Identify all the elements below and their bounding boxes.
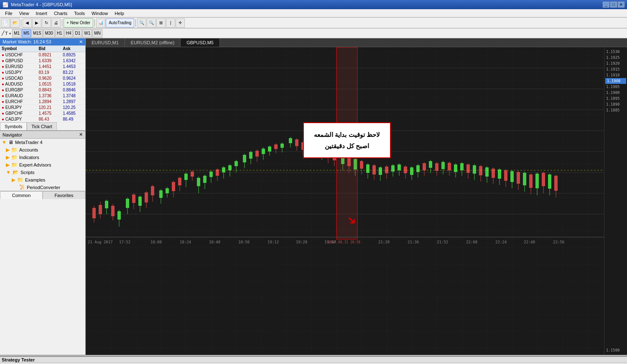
- symbol-cell: ● GBPUSD: [0, 58, 37, 64]
- autotrading-btn[interactable]: AutoTrading: [106, 18, 134, 28]
- svg-rect-104: [398, 164, 401, 170]
- period-m15[interactable]: M15: [31, 29, 43, 38]
- nav-indicators[interactable]: ▶ 📁 Indicators: [0, 154, 85, 161]
- svg-rect-32: [166, 188, 169, 193]
- line-tool[interactable]: ╱: [2, 30, 5, 36]
- menu-help[interactable]: Help: [111, 10, 127, 17]
- nav-metatrader4[interactable]: ▼ 🖥 MetaTrader 4: [0, 139, 85, 146]
- col-bid: Bid: [37, 46, 61, 52]
- annotation-box: لاحظ توقيت بداية الشمعه اصبح كل دقيقتين: [303, 122, 391, 158]
- minimize-btn[interactable]: _: [603, 2, 609, 8]
- svg-rect-118: [441, 162, 445, 169]
- period-m5[interactable]: M5: [22, 29, 31, 38]
- nav-accounts[interactable]: ▶ 📁 Accounts: [0, 146, 85, 154]
- ask-cell: 1.4585: [61, 111, 85, 116]
- bid-cell: 120.21: [37, 105, 61, 111]
- menu-view[interactable]: View: [16, 10, 33, 17]
- ask-cell: 83.22: [61, 70, 85, 76]
- period-mn[interactable]: MN: [92, 29, 102, 38]
- tab-symbols[interactable]: Symbols: [0, 122, 27, 130]
- period-w1[interactable]: W1: [82, 29, 92, 38]
- market-watch-table: Symbol Bid Ask ● USDCHF 0.8921 0.8925 ● …: [0, 46, 85, 122]
- window-controls[interactable]: _ □ ✕: [603, 2, 624, 8]
- svg-rect-106: [404, 167, 407, 173]
- nav-scripts[interactable]: ▼ 📂 Scripts: [0, 169, 85, 176]
- market-watch-row[interactable]: ● GBPCHF 1.4575 1.4585: [0, 111, 85, 116]
- svg-text:21 Aug 2017: 21 Aug 2017: [88, 240, 113, 244]
- close-btn[interactable]: ✕: [618, 2, 624, 8]
- nav-tab-common[interactable]: Common: [0, 191, 43, 199]
- market-watch-tabs: Symbols Tick Chart: [0, 122, 85, 131]
- symbol-cell: ● USDCHF: [0, 52, 37, 58]
- current-price-label: 1.1908: [605, 78, 626, 84]
- price-6: 1.1905: [605, 84, 626, 90]
- back-btn[interactable]: ◀: [23, 18, 32, 28]
- market-watch-row[interactable]: ● EURCHF 1.2894 1.2897: [0, 99, 85, 105]
- menu-insert[interactable]: Insert: [32, 10, 51, 17]
- market-watch-row[interactable]: ● EURGBP 0.8843 0.8846: [0, 87, 85, 93]
- svg-text:17:52: 17:52: [119, 240, 130, 244]
- market-watch-row[interactable]: ● EURJPY 120.21 120.25: [0, 105, 85, 111]
- svg-text:18:56: 18:56: [238, 240, 250, 244]
- period-sep-btn[interactable]: |: [166, 18, 175, 28]
- svg-rect-28: [151, 186, 154, 195]
- text-tool[interactable]: T: [5, 31, 8, 36]
- nav-expert-advisors[interactable]: ▶ 📁 Expert Advisors: [0, 161, 85, 169]
- symbol-cell: ● EURJPY: [0, 105, 37, 111]
- open-btn[interactable]: 📂: [10, 18, 20, 28]
- crosshair-btn[interactable]: ✛: [176, 18, 185, 28]
- market-watch-row[interactable]: ● GBPUSD 1.6339 1.6342: [0, 58, 85, 64]
- chart-svg: 21 Aug 2017 17:52 18:08 18:24 18:40 18:5…: [86, 47, 604, 355]
- navigator-close[interactable]: ✕: [79, 132, 83, 137]
- symbol-cell: ● USDCAD: [0, 76, 37, 81]
- market-watch-row[interactable]: ● USDCHF 0.8921 0.8925: [0, 52, 85, 58]
- chart-tabs: EURUSD,M1 EURUSD,M2 (offline) GBPUSD,M5: [86, 38, 627, 47]
- market-watch-row[interactable]: ● CADJPY 86.43 86.49: [0, 116, 85, 122]
- maximize-btn[interactable]: □: [610, 2, 617, 8]
- tab-tick-chart[interactable]: Tick Chart: [27, 122, 57, 130]
- svg-text:19:12: 19:12: [268, 240, 279, 244]
- svg-rect-46: [209, 172, 213, 177]
- market-watch-row[interactable]: ● USDCAD 0.9620 0.9624: [0, 76, 85, 81]
- chart-tab-gbpusd-m5[interactable]: GBPUSD,M5: [181, 38, 220, 47]
- price-scale: 1.1530 1.1925 1.1920 1.1915 1.1910 1.190…: [604, 47, 627, 355]
- ask-cell: 0.9624: [61, 76, 85, 81]
- fit-btn[interactable]: ⊞: [156, 18, 166, 28]
- menu-window[interactable]: Window: [88, 10, 111, 17]
- svg-rect-124: [460, 163, 464, 170]
- print-btn[interactable]: 🖨: [51, 18, 61, 28]
- chart-tab-eurusd-m1[interactable]: EURUSD,M1: [86, 38, 125, 47]
- svg-rect-38: [184, 174, 188, 180]
- svg-text:22:08: 22:08: [466, 240, 477, 244]
- period-h1[interactable]: H1: [55, 29, 64, 38]
- market-watch-row[interactable]: ● EURAUD 1.3736 1.3748: [0, 93, 85, 99]
- nav-examples[interactable]: ▶ 📁 Examples: [0, 176, 85, 184]
- chart-tab-eurusd-m2[interactable]: EURUSD,M2 (offline): [125, 38, 181, 47]
- nav-tab-favorites[interactable]: Favorites: [43, 191, 85, 199]
- menu-charts[interactable]: Charts: [51, 10, 71, 17]
- nav-period-converter[interactable]: 📜 PeriodConverter: [0, 184, 85, 191]
- zoom-in-btn[interactable]: 🔍: [137, 18, 146, 28]
- refresh-btn[interactable]: ↻: [42, 18, 51, 28]
- period-m30[interactable]: M30: [43, 29, 54, 38]
- ask-cell: 120.25: [61, 105, 85, 111]
- period-m1[interactable]: M1: [12, 29, 21, 38]
- period-d1[interactable]: D1: [73, 29, 82, 38]
- period-h4[interactable]: H4: [64, 29, 73, 38]
- new-btn[interactable]: 📄: [1, 18, 10, 28]
- market-watch-row[interactable]: ● USDJPY 83.19 83.22: [0, 70, 85, 76]
- market-watch-row[interactable]: ● EURUSD 1.4451 1.4453: [0, 64, 85, 70]
- new-order-btn[interactable]: + New Order: [64, 18, 93, 28]
- chart-wizard-btn[interactable]: 📊: [96, 18, 105, 28]
- svg-rect-10: [92, 208, 96, 218]
- zoom-out-btn[interactable]: 🔍: [147, 18, 156, 28]
- market-watch-row[interactable]: ● AUDUSD 1.0515 1.0518: [0, 81, 85, 87]
- menu-tools[interactable]: Tools: [71, 10, 88, 17]
- market-watch-close[interactable]: ✕: [79, 39, 83, 45]
- strategy-tester-title: Strategy Tester: [2, 357, 38, 362]
- forward-btn[interactable]: ▶: [32, 18, 41, 28]
- price-10: 1.1885: [605, 107, 626, 113]
- menu-file[interactable]: File: [2, 10, 16, 17]
- menu-bar: File View Insert Charts Tools Window Hel…: [0, 9, 627, 18]
- add-line-btn[interactable]: +: [9, 31, 11, 36]
